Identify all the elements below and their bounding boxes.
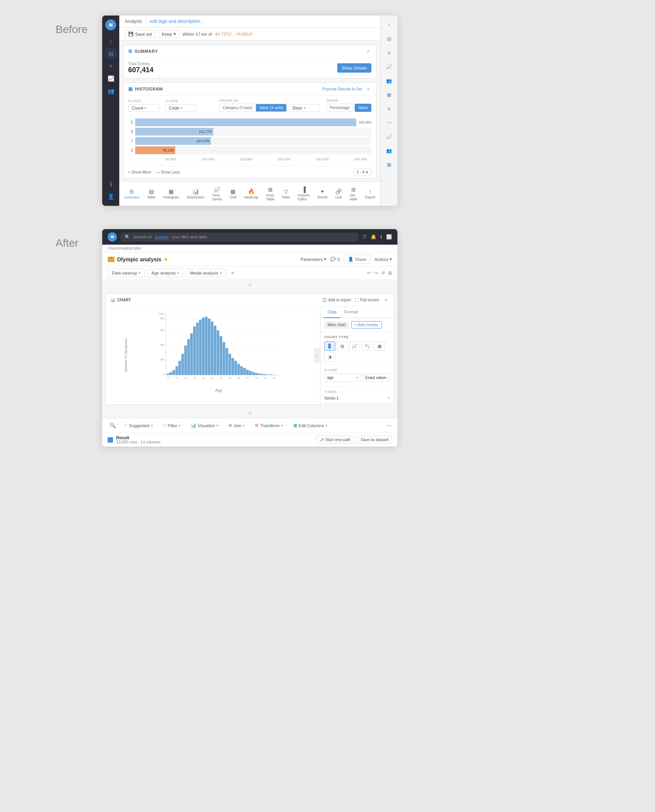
right-list-icon[interactable]: ≡ bbox=[384, 47, 395, 58]
parameters-btn[interactable]: Parameters ▾ bbox=[301, 257, 327, 262]
tool-pivot[interactable]: ⊠ Pivot Table bbox=[263, 185, 278, 203]
comments-btn[interactable]: 💬 0 bbox=[330, 257, 340, 262]
nav-users[interactable]: 👥 bbox=[105, 85, 117, 96]
age-analysis-tab[interactable]: Age analysis ▾ bbox=[147, 269, 183, 277]
undo-icon[interactable]: ↩ bbox=[367, 270, 371, 276]
x-axis-select[interactable]: age ▾ bbox=[324, 374, 361, 382]
save-set-btn-1[interactable]: 💾 Save set bbox=[125, 30, 155, 38]
join-tool[interactable]: ⊕ Join ▾ bbox=[224, 421, 249, 430]
tool-setmath[interactable]: ⊞ Set Math bbox=[347, 185, 361, 203]
refresh-icon[interactable]: ↺ bbox=[381, 270, 385, 276]
right-chart2-icon[interactable]: 📈 bbox=[384, 131, 395, 142]
right-menu-icon[interactable]: ≡ bbox=[384, 103, 395, 114]
tool-histogram[interactable]: ▦ Histogram bbox=[160, 187, 182, 201]
x-axis-type-select[interactable]: Exact value ▾ bbox=[362, 374, 390, 382]
chart-expand-arrow[interactable]: › bbox=[314, 348, 320, 363]
promote-btn[interactable]: Promote Results to Set bbox=[322, 87, 362, 91]
nav-logo[interactable]: ≋ bbox=[105, 19, 116, 30]
chart-type-bar[interactable]: ▊ bbox=[324, 341, 335, 351]
tool-distribution[interactable]: 📊 Distribution bbox=[184, 187, 207, 201]
tool-grid[interactable]: ▦ Grid bbox=[226, 187, 239, 201]
tool-table[interactable]: ▤ Table bbox=[144, 187, 159, 201]
tool-link[interactable]: 🔗 Link bbox=[332, 187, 345, 201]
histogram-close[interactable]: × bbox=[365, 86, 371, 92]
tool-timeseries[interactable]: 📈 Time Series bbox=[209, 185, 225, 203]
nav-info[interactable]: ℹ bbox=[105, 179, 117, 190]
tool-filter[interactable]: ▽ Filter bbox=[279, 187, 293, 201]
tool-enrich[interactable]: ✦ Enrich bbox=[315, 187, 331, 201]
edit-link[interactable]: edit tags and description... bbox=[150, 19, 204, 24]
browse-link[interactable]: browse bbox=[155, 235, 169, 239]
search-bar[interactable]: 🔍 Search or browse your files and data..… bbox=[121, 233, 358, 242]
bell-icon[interactable]: 🔔 bbox=[371, 234, 376, 240]
right-grid3-icon[interactable]: ▦ bbox=[384, 159, 395, 170]
y-axis-select[interactable]: Code ▾ bbox=[165, 104, 197, 112]
add-tab-btn[interactable]: + bbox=[228, 270, 237, 276]
right-grid2-icon[interactable]: ▦ bbox=[384, 89, 395, 100]
info-icon[interactable]: ℹ bbox=[380, 234, 382, 240]
x-axis-select[interactable]: Count ▾ bbox=[128, 104, 159, 112]
tool-column-editor[interactable]: ▐ Column Editor bbox=[295, 185, 313, 203]
redo-icon[interactable]: ↪ bbox=[374, 270, 378, 276]
clock-icon[interactable]: ⏱ bbox=[362, 234, 367, 240]
row-count-select[interactable]: Row count ▾ bbox=[324, 402, 390, 404]
layout-icon[interactable]: ⊞ bbox=[388, 270, 392, 276]
square-icon[interactable]: ⬜ bbox=[386, 234, 392, 240]
keep-btn-1[interactable]: Keep ▾ bbox=[159, 30, 179, 38]
chart-type-table[interactable]: ▤ bbox=[337, 341, 348, 351]
coord-link[interactable]: 40.7272°, -74.0616° bbox=[215, 32, 253, 37]
more-btn[interactable]: ⋯ bbox=[387, 423, 392, 429]
right-dots-icon[interactable]: ⋯ bbox=[384, 117, 395, 128]
right-grid-icon[interactable]: ▤ bbox=[384, 33, 395, 44]
filter-tool[interactable]: ▽ Filter ▾ bbox=[159, 421, 185, 430]
value-tab[interactable]: Value (X-axis) bbox=[256, 104, 286, 111]
page-select[interactable]: 1 - 4 ▾ bbox=[353, 169, 371, 176]
chart-type-line[interactable]: 📈 bbox=[349, 341, 360, 351]
strip-search-btn[interactable]: 🔍 bbox=[108, 421, 118, 430]
visualize-tool[interactable]: 📊 Visualize ▾ bbox=[186, 421, 223, 430]
chart-type-area[interactable]: 📉 bbox=[362, 341, 373, 351]
edit-columns-tool[interactable]: ▦ Edit Columns ▾ bbox=[289, 421, 332, 430]
show-details-btn-1[interactable]: Show Details bbox=[337, 63, 371, 73]
add-to-report-btn[interactable]: 📋 Add to report bbox=[322, 298, 351, 302]
add-step-top[interactable]: + bbox=[248, 282, 251, 289]
nav-home[interactable]: ⌂ bbox=[105, 36, 117, 47]
suggested-tool[interactable]: ✓ Suggested ▾ bbox=[120, 421, 157, 430]
percentage-tab[interactable]: Percentage bbox=[326, 104, 353, 112]
save-as-dataset-btn[interactable]: Save as dataset bbox=[357, 436, 392, 444]
add-step-bottom[interactable]: + bbox=[248, 409, 251, 416]
data-cleanup-tab[interactable]: Data cleanup ▾ bbox=[108, 269, 145, 277]
value-show-tab[interactable]: Value bbox=[355, 104, 371, 112]
nav-list[interactable]: ≡ bbox=[105, 61, 117, 71]
category-tab[interactable]: Category (Y-axis) bbox=[219, 104, 256, 111]
summary-close-1[interactable]: × bbox=[365, 48, 371, 54]
start-new-path-btn[interactable]: ⎇ Start new path bbox=[316, 436, 354, 444]
data-config-tab[interactable]: Data bbox=[324, 306, 340, 318]
right-users2-icon[interactable]: 👥 bbox=[384, 145, 395, 156]
topbar-logo[interactable]: ≋ bbox=[108, 232, 117, 242]
tool-export[interactable]: ↑ Export bbox=[362, 187, 378, 201]
right-users-icon[interactable]: 👥 bbox=[384, 75, 395, 86]
show-more-btn[interactable]: + Show More bbox=[128, 170, 151, 174]
nav-grid[interactable]: ▤ bbox=[105, 48, 117, 59]
full-screen-btn[interactable]: ⛶ Full screen bbox=[355, 298, 379, 302]
actions-btn[interactable]: Actions ▾ bbox=[375, 257, 392, 262]
right-chart-icon[interactable]: 📈 bbox=[384, 61, 395, 72]
chart-type-grid[interactable]: ▦ bbox=[374, 341, 385, 351]
medal-analysis-tab[interactable]: Medal analysis ▾ bbox=[186, 269, 226, 277]
series-close-btn[interactable]: × bbox=[387, 395, 390, 401]
share-btn[interactable]: 👤 Share bbox=[344, 255, 371, 264]
chart-type-pie[interactable]: ◑ bbox=[324, 352, 335, 362]
desc-select[interactable]: Desc ▾ bbox=[289, 104, 320, 112]
format-config-tab[interactable]: Format bbox=[340, 306, 362, 318]
chart-close-btn[interactable]: × bbox=[383, 297, 389, 303]
tool-summary[interactable]: ⊞ Summary bbox=[121, 187, 143, 201]
tool-heatmap[interactable]: 🔥 Heatmap bbox=[241, 187, 262, 201]
right-collapse-icon[interactable]: ‹ bbox=[384, 19, 395, 30]
nav-chart[interactable]: 📈 bbox=[105, 73, 117, 84]
main-chart-btn[interactable]: Main chart bbox=[324, 321, 349, 329]
add-overlay-btn[interactable]: + Add overlay bbox=[351, 321, 382, 329]
transform-tool[interactable]: ⚙ Transform ▾ bbox=[251, 421, 287, 430]
nav-user[interactable]: 👤 bbox=[105, 191, 117, 202]
show-less-btn[interactable]: — Show Less bbox=[156, 170, 180, 174]
